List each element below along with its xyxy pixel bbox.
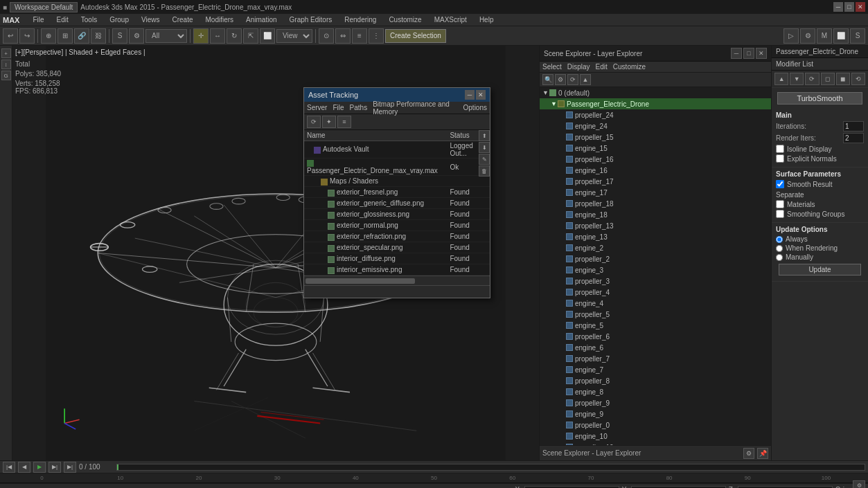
menu-maxscript[interactable]: MAXScript — [432, 16, 469, 24]
tree-item[interactable]: engine_2 — [540, 242, 771, 253]
se-close-button[interactable]: ✕ — [756, 48, 767, 59]
always-radio[interactable] — [776, 236, 783, 243]
left-btn-2[interactable]: ↕ — [1, 60, 11, 69]
smooth-result-checkbox[interactable] — [776, 180, 784, 188]
tree-item[interactable]: propeller_16 — [540, 154, 771, 165]
at-menu-bitmap[interactable]: Bitmap Performance and Memory — [373, 100, 457, 116]
props-tb-btn-3[interactable]: ⟳ — [805, 73, 819, 85]
menu-customize[interactable]: Customize — [387, 16, 423, 24]
at-table-row[interactable]: exterior_specular.pngFound — [304, 242, 490, 253]
at-list-button[interactable]: ≡ — [337, 116, 351, 128]
mirror-button[interactable]: ⇔ — [335, 28, 351, 44]
se-settings-button[interactable]: ⚙ — [743, 448, 754, 459]
render-settings-button[interactable]: ⚙ — [800, 28, 815, 44]
filter-dropdown[interactable]: All — [145, 29, 187, 43]
tree-item[interactable]: ▼0 (default) — [540, 87, 771, 98]
at-horizontal-scrollbar[interactable] — [304, 275, 490, 285]
tree-item[interactable]: engine_15 — [540, 143, 771, 154]
at-menu-paths[interactable]: Paths — [350, 104, 368, 111]
at-highlight-button[interactable]: ✦ — [322, 116, 336, 128]
pivot-button[interactable]: ⊙ — [319, 28, 334, 44]
tree-item[interactable]: engine_13 — [540, 231, 771, 242]
minimize-button[interactable]: ─ — [833, 2, 843, 12]
se-maximize-button[interactable]: □ — [743, 48, 754, 59]
tree-item[interactable]: propeller_8 — [540, 375, 771, 386]
tree-item[interactable]: propeller_0 — [540, 419, 771, 431]
tree-item[interactable]: engine_16 — [540, 165, 771, 176]
tree-item[interactable]: engine_7 — [540, 364, 771, 375]
menu-animation[interactable]: Animation — [244, 16, 278, 24]
se-collapse-button[interactable]: ▲ — [580, 74, 591, 85]
tree-item[interactable]: engine_17 — [540, 187, 771, 198]
tree-item[interactable]: propeller_24 — [540, 109, 771, 120]
spacing-button[interactable]: ⋮ — [369, 28, 384, 44]
select-mode-button[interactable]: ✛ — [193, 28, 209, 44]
tree-item[interactable]: propeller_17 — [540, 176, 771, 187]
menu-help[interactable]: Help — [477, 16, 496, 24]
se-pin-button[interactable]: 📌 — [757, 448, 768, 459]
at-side-btn-1[interactable]: ⬆ — [479, 130, 490, 141]
link-button[interactable]: 🔗 — [74, 28, 89, 44]
menu-edit[interactable]: Edit — [55, 16, 71, 24]
undo-button[interactable]: ↩ — [3, 28, 18, 44]
tree-item[interactable]: propeller_15 — [540, 132, 771, 143]
at-table-scroll[interactable]: Name Status Autodesk VaultLogged Out...P… — [304, 130, 490, 275]
tree-item[interactable]: engine_18 — [540, 209, 771, 220]
tree-item[interactable]: engine_6 — [540, 342, 771, 353]
manually-radio[interactable] — [776, 254, 783, 261]
at-side-btn-2[interactable]: ⬇ — [479, 142, 490, 153]
menu-graph-editors[interactable]: Graph Editors — [287, 16, 335, 24]
workspace-dropdown[interactable]: Workspace Default — [10, 2, 78, 12]
next-frame-button[interactable]: ▶| — [48, 462, 61, 473]
dialog-close-button[interactable]: ✕ — [476, 90, 486, 100]
at-table-row[interactable]: Autodesk VaultLogged Out... — [304, 141, 490, 159]
scale-type-button[interactable]: ⬜ — [260, 28, 275, 44]
maximize-button[interactable]: □ — [844, 2, 854, 12]
menu-group[interactable]: Group — [107, 16, 131, 24]
at-menu-options[interactable]: Options — [463, 104, 487, 111]
at-table-row[interactable]: interior_diffuse.pngFound — [304, 253, 490, 264]
scene-tree[interactable]: ▼0 (default)▼Passenger_Electric_Dronepro… — [540, 87, 771, 445]
tree-item[interactable]: propeller_7 — [540, 353, 771, 364]
at-menu-file[interactable]: File — [333, 104, 344, 111]
props-tb-btn-6[interactable]: ⟲ — [851, 73, 865, 85]
close-button[interactable]: ✕ — [856, 2, 865, 12]
render-button[interactable]: ▷ — [783, 28, 799, 44]
select-region-button[interactable]: ⊞ — [57, 28, 73, 44]
tree-item[interactable]: engine_9 — [540, 408, 771, 419]
se-menu-edit[interactable]: Edit — [596, 63, 608, 71]
menu-views[interactable]: Views — [139, 16, 162, 24]
materials-checkbox[interactable] — [776, 200, 784, 208]
create-selection-button[interactable]: Create Selection — [385, 29, 446, 43]
props-tb-btn-1[interactable]: ▲ — [774, 73, 788, 85]
tree-item[interactable]: propeller_9 — [540, 397, 771, 408]
tree-item[interactable]: propeller_5 — [540, 309, 771, 320]
at-side-btn-4[interactable]: 🗑 — [479, 165, 490, 177]
at-table-row[interactable]: exterior_generic_diffuse.pngFound — [304, 198, 490, 209]
explicit-normals-checkbox[interactable] — [776, 154, 784, 163]
isoline-checkbox[interactable] — [776, 145, 784, 153]
viewport-btn-1[interactable]: ⚙ — [853, 480, 865, 489]
at-table-row[interactable]: exterior_normal.pngFound — [304, 220, 490, 231]
redo-button[interactable]: ↪ — [19, 28, 35, 44]
timeline-track[interactable] — [116, 464, 865, 471]
tree-item[interactable]: propeller_13 — [540, 220, 771, 231]
at-table-row[interactable]: interior_emissive.pngFound — [304, 264, 490, 275]
tree-item[interactable]: engine_5 — [540, 320, 771, 331]
menu-create[interactable]: Create — [170, 16, 195, 24]
se-minimize-button[interactable]: ─ — [731, 48, 742, 59]
se-menu-display[interactable]: Display — [567, 63, 590, 71]
turbosmooth-modifier[interactable]: TurboSmooth — [777, 92, 862, 105]
play-button[interactable]: ▶ — [33, 462, 46, 473]
menu-modifiers[interactable]: Modifiers — [203, 16, 236, 24]
tree-item[interactable]: engine_3 — [540, 264, 771, 275]
go-end-button[interactable]: ▶| — [64, 462, 76, 473]
at-table-row[interactable]: Maps / Shaders — [304, 176, 490, 187]
render-frame-button[interactable]: ⬜ — [833, 28, 849, 44]
tree-item[interactable]: propeller_4 — [540, 287, 771, 298]
at-table-row[interactable]: exterior_fresnel.pngFound — [304, 187, 490, 198]
props-tb-btn-2[interactable]: ▼ — [790, 73, 804, 85]
tree-item[interactable]: engine_8 — [540, 386, 771, 397]
props-tb-btn-4[interactable]: ◻ — [821, 73, 835, 85]
left-btn-1[interactable]: + — [1, 48, 11, 58]
